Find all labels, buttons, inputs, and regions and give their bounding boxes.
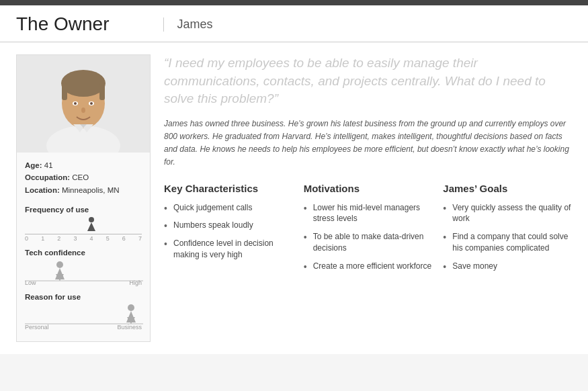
location-label: Location: (25, 186, 60, 194)
tick-7: 7 (138, 235, 142, 242)
occupation-value: CEO (72, 173, 89, 181)
col2-list: Lower his mid-level managers stress leve… (304, 202, 433, 272)
frequency-label: Frequency of use (25, 206, 142, 214)
svg-point-0 (46, 126, 120, 153)
avatar-area (17, 55, 150, 153)
tick-6: 6 (122, 235, 126, 242)
tech-label: Tech confidence (25, 249, 142, 257)
tick-1: 1 (41, 235, 44, 242)
main-content: “I need my employees to be able to easil… (164, 54, 572, 342)
col1-list: Quick judgement calls Numbers speak loud… (164, 202, 293, 261)
list-item: Find a company that could solve his comp… (443, 231, 572, 254)
col3-title: James’ Goals (443, 183, 572, 194)
sidebar-info: Age: 41 Occupation: CEO Location: Minnea… (17, 153, 150, 202)
reason-label: Reason for use (25, 293, 142, 301)
sidebar: Age: 41 Occupation: CEO Location: Minnea… (16, 54, 151, 342)
col-motivations: Motivations Lower his mid-level managers… (304, 183, 433, 279)
list-item: To be able to make data-driven decisions (304, 231, 433, 254)
tick-0: 0 (25, 235, 28, 242)
tech-high-label: High (129, 279, 142, 286)
top-bar (0, 0, 588, 5)
avatar-image (43, 55, 124, 153)
svg-point-13 (89, 217, 94, 222)
svg-point-10 (81, 107, 85, 113)
tech-low-label: Low (25, 279, 36, 286)
tech-track: Low High (25, 259, 142, 286)
frequency-line (25, 234, 142, 234)
page-title: The Owner (16, 13, 110, 35)
list-item: Create a more efficient workforce (304, 261, 433, 272)
age-value: 41 (44, 161, 53, 169)
content-area: Age: 41 Occupation: CEO Location: Minnea… (0, 42, 588, 354)
svg-point-15 (56, 261, 63, 268)
header: The Owner James (0, 5, 588, 42)
tick-4: 4 (90, 235, 93, 242)
svg-rect-5 (99, 83, 105, 100)
frequency-track: 0 1 2 3 4 5 6 7 (25, 216, 142, 242)
list-item: Lower his mid-level managers stress leve… (304, 202, 433, 225)
col3-list: Very quickly assess the quality of work … (443, 202, 572, 272)
reason-personal-label: Personal (25, 324, 49, 331)
location-value: Minneapolis, MN (62, 186, 120, 194)
description-text: James has owned three business. He’s gro… (164, 118, 572, 169)
quote-text: “I need my employees to be able to easil… (164, 54, 572, 108)
reason-business-label: Business (117, 324, 142, 331)
col1-title: Key Characteristics (164, 183, 293, 194)
col2-title: Motivations (304, 183, 433, 194)
svg-point-3 (61, 70, 106, 97)
tech-slider-visual (25, 259, 143, 286)
svg-rect-4 (62, 83, 67, 100)
header-name: James (163, 17, 213, 32)
tick-2: 2 (57, 235, 60, 242)
frequency-figure (86, 216, 97, 231)
list-item: Confidence level in decision making is v… (164, 238, 293, 261)
frequency-section: Frequency of use 0 1 2 3 4 5 6 7 (17, 202, 150, 246)
tick-3: 3 (73, 235, 77, 242)
list-item: Very quickly assess the quality of work (443, 202, 572, 225)
reason-section: Reason for use Personal Business (17, 290, 150, 335)
list-item: Save money (443, 261, 572, 272)
reason-track: Personal Business (25, 304, 142, 331)
tech-section: Tech confidence Low High (17, 246, 150, 290)
list-item: Numbers speak loudly (164, 220, 293, 231)
svg-point-19 (128, 304, 134, 311)
svg-point-8 (74, 102, 77, 105)
occupation-label: Occupation: (25, 173, 70, 181)
svg-point-9 (90, 102, 93, 105)
list-item: Quick judgement calls (164, 202, 293, 214)
col-goals: James’ Goals Very quickly assess the qua… (443, 183, 572, 279)
tick-5: 5 (106, 235, 110, 242)
col-characteristics: Key Characteristics Quick judgement call… (164, 183, 293, 279)
svg-marker-14 (87, 222, 95, 231)
age-label: Age: (25, 161, 42, 169)
three-columns: Key Characteristics Quick judgement call… (164, 183, 572, 279)
